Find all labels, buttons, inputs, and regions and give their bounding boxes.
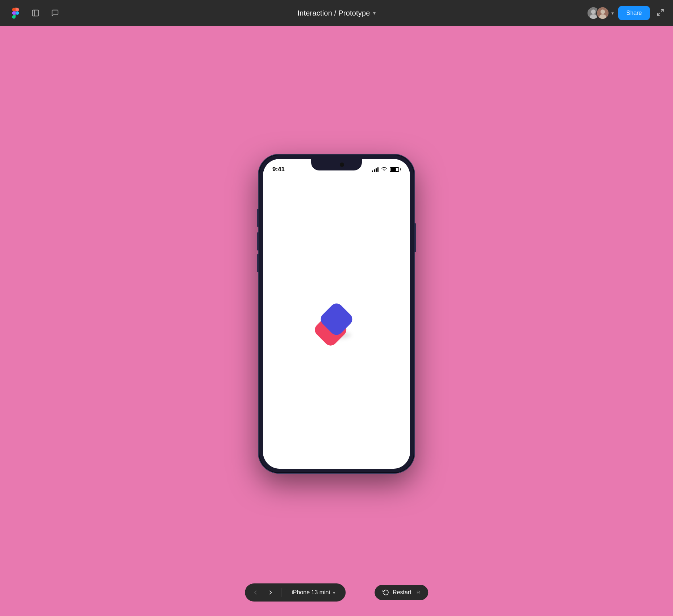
status-time: 9:41 — [272, 166, 285, 173]
divider — [281, 588, 281, 597]
fullscreen-button[interactable] — [656, 8, 664, 18]
prototype-canvas: 9:41 — [0, 26, 673, 616]
svg-point-4 — [590, 14, 597, 20]
device-chevron-icon: ▾ — [333, 590, 335, 595]
comment-button[interactable] — [49, 7, 62, 20]
navbar-left — [9, 6, 62, 20]
svg-point-6 — [601, 9, 605, 14]
restart-shortcut: R — [417, 590, 420, 595]
phone-notch — [311, 159, 362, 170]
battery-icon — [390, 167, 401, 172]
svg-line-9 — [657, 13, 660, 15]
avatars-chevron-icon[interactable]: ▾ — [611, 10, 614, 16]
page-title: Interaction / Prototype — [297, 9, 370, 17]
phone-screen[interactable]: 9:41 — [263, 159, 410, 469]
app-screen-content — [263, 176, 410, 469]
svg-line-8 — [661, 9, 663, 11]
restart-button[interactable]: Restart R — [375, 585, 428, 600]
device-name: iPhone 13 mini — [292, 589, 330, 596]
status-icons — [372, 166, 401, 173]
navbar: Interaction / Prototype ▾ ▾ — [0, 0, 673, 26]
app-logo — [318, 306, 355, 339]
svg-point-7 — [599, 14, 607, 20]
signal-icon — [372, 167, 379, 172]
camera-dot — [340, 163, 344, 167]
navigation-controls: iPhone 13 mini ▾ — [245, 583, 346, 602]
figma-logo[interactable] — [9, 6, 22, 20]
avatar-group: ▾ — [587, 7, 614, 20]
panel-toggle-button[interactable] — [29, 7, 42, 20]
phone-frame: 9:41 — [259, 155, 414, 473]
wifi-icon — [381, 166, 387, 173]
avatar-user-2 — [596, 7, 609, 20]
phone-wrapper: 9:41 — [259, 155, 414, 473]
svg-rect-0 — [33, 10, 39, 16]
navbar-center: Interaction / Prototype ▾ — [297, 9, 375, 17]
forward-button[interactable] — [264, 586, 277, 599]
restart-label: Restart — [393, 589, 411, 596]
bottom-controls-bar: iPhone 13 mini ▾ Restart R — [245, 583, 428, 602]
share-button[interactable]: Share — [618, 6, 650, 20]
device-selector[interactable]: iPhone 13 mini ▾ — [285, 586, 342, 599]
title-chevron-icon[interactable]: ▾ — [373, 10, 376, 16]
svg-point-3 — [591, 9, 595, 14]
navbar-right: ▾ Share — [587, 6, 664, 20]
back-button[interactable] — [248, 586, 262, 599]
